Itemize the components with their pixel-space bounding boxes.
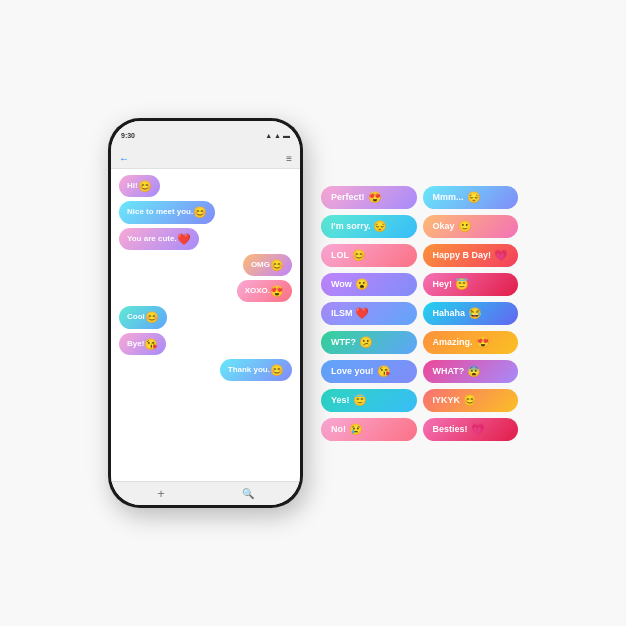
sticker-emoji: 😍 — [368, 191, 382, 204]
sticker-emoji: 😍 — [476, 336, 490, 349]
sticker-loveyou[interactable]: Love you! 😘 — [321, 360, 417, 383]
bubble-text: Nice to meet you. — [127, 207, 193, 217]
sticker-text: IYKYK — [433, 395, 461, 405]
sticker-lol[interactable]: LOL 😊 — [321, 244, 417, 267]
sticker-text: Hahaha — [433, 308, 466, 318]
sticker-text: Besties! — [433, 424, 468, 434]
phone-screen: 9:30 ▲ ▲ ▬ ← ≡ Hi! 😊 Nice to meet you. 😊 — [111, 121, 300, 505]
sticker-emoji: 😇 — [455, 278, 469, 291]
message-bubble: Bye! 😘 — [119, 333, 166, 355]
bubble-text: XOXO. — [245, 286, 270, 296]
bubble-emoji: 😊 — [145, 310, 159, 324]
bubble-text: Thank you. — [228, 365, 270, 375]
stickers-area: Perfect! 😍 Mmm... 😔 I'm sorry. 😔 Okay 🙂 … — [321, 186, 518, 441]
chat-header: ← ≡ — [111, 149, 300, 169]
sticker-emoji: 😮 — [355, 278, 369, 291]
sticker-text: Perfect! — [331, 192, 365, 202]
message-bubble: Nice to meet you. 😊 — [119, 201, 215, 223]
search-button[interactable]: 🔍 — [242, 488, 254, 499]
sticker-emoji: 😊 — [463, 394, 477, 407]
bubble-emoji: 😍 — [270, 284, 284, 298]
sticker-text: Love you! — [331, 366, 374, 376]
chat-footer: + 🔍 — [111, 481, 300, 505]
sticker-emoji: 😔 — [467, 191, 481, 204]
sticker-text: No! — [331, 424, 346, 434]
sticker-text: Wow — [331, 279, 352, 289]
bubble-emoji: 😘 — [144, 337, 158, 351]
sticker-wow[interactable]: Wow 😮 — [321, 273, 417, 296]
sticker-ilsm[interactable]: ILSM ❤️ — [321, 302, 417, 325]
sticker-emoji: 😢 — [349, 423, 363, 436]
sticker-okay[interactable]: Okay 🙂 — [423, 215, 519, 238]
sticker-no[interactable]: No! 😢 — [321, 418, 417, 441]
bubble-emoji: 😊 — [270, 258, 284, 272]
sticker-text: Yes! — [331, 395, 350, 405]
sticker-emoji: 😇 — [353, 394, 367, 407]
sticker-emoji: 💗 — [471, 423, 485, 436]
chat-messages: Hi! 😊 Nice to meet you. 😊 You are cute. … — [111, 169, 300, 481]
status-icons: ▲ ▲ ▬ — [265, 132, 290, 139]
sticker-yes[interactable]: Yes! 😇 — [321, 389, 417, 412]
message-bubble: Thank you. 😊 — [220, 359, 292, 381]
sticker-text: Mmm... — [433, 192, 464, 202]
bubble-text: Cool — [127, 312, 145, 322]
sticker-text: LOL — [331, 250, 349, 260]
back-button[interactable]: ← — [119, 153, 129, 164]
sticker-hey[interactable]: Hey! 😇 — [423, 273, 519, 296]
bubble-emoji: 😊 — [138, 179, 152, 193]
status-time: 9:30 — [121, 132, 135, 139]
sticker-sorry[interactable]: I'm sorry. 😔 — [321, 215, 417, 238]
sticker-emoji: 😘 — [377, 365, 391, 378]
sticker-text: Happy B Day! — [433, 250, 492, 260]
status-bar: 9:30 ▲ ▲ ▬ — [111, 121, 300, 149]
bubble-emoji: ❤️ — [177, 232, 191, 246]
sticker-hahaha[interactable]: Hahaha 😂 — [423, 302, 519, 325]
sticker-text: Okay — [433, 221, 455, 231]
sticker-emoji: 😔 — [373, 220, 387, 233]
sticker-emoji: 😨 — [467, 365, 481, 378]
message-bubble: XOXO. 😍 — [237, 280, 292, 302]
phone: 9:30 ▲ ▲ ▬ ← ≡ Hi! 😊 Nice to meet you. 😊 — [108, 118, 303, 508]
menu-button[interactable]: ≡ — [286, 153, 292, 164]
bubble-text: You are cute. — [127, 234, 177, 244]
sticker-besties[interactable]: Besties! 💗 — [423, 418, 519, 441]
sticker-perfect[interactable]: Perfect! 😍 — [321, 186, 417, 209]
sticker-text: Hey! — [433, 279, 453, 289]
bubble-text: OMG — [251, 260, 270, 270]
bubble-emoji: 😊 — [193, 205, 207, 219]
sticker-what[interactable]: WHAT? 😨 — [423, 360, 519, 383]
message-bubble: Hi! 😊 — [119, 175, 160, 197]
sticker-text: ILSM — [331, 308, 353, 318]
sticker-text: Amazing. — [433, 337, 473, 347]
sticker-text: WHAT? — [433, 366, 465, 376]
message-bubble: OMG 😊 — [243, 254, 292, 276]
sticker-emoji: ❤️ — [355, 307, 369, 320]
bubble-text: Bye! — [127, 339, 144, 349]
sticker-emoji: 😂 — [468, 307, 482, 320]
sticker-emoji: 😕 — [359, 336, 373, 349]
sticker-emoji: 😊 — [352, 249, 366, 262]
sticker-emoji: 💗 — [494, 249, 508, 262]
sticker-wtf[interactable]: WTF? 😕 — [321, 331, 417, 354]
message-bubble: You are cute. ❤️ — [119, 228, 199, 250]
message-bubble: Cool 😊 — [119, 306, 167, 328]
sticker-emoji: 🙂 — [458, 220, 472, 233]
sticker-amazing[interactable]: Amazing. 😍 — [423, 331, 519, 354]
sticker-bday[interactable]: Happy B Day! 💗 — [423, 244, 519, 267]
bubble-emoji: 😊 — [270, 363, 284, 377]
add-button[interactable]: + — [157, 486, 165, 501]
bubble-text: Hi! — [127, 181, 138, 191]
sticker-iykyk[interactable]: IYKYK 😊 — [423, 389, 519, 412]
sticker-text: I'm sorry. — [331, 221, 371, 231]
sticker-mmm[interactable]: Mmm... 😔 — [423, 186, 519, 209]
scene: 9:30 ▲ ▲ ▬ ← ≡ Hi! 😊 Nice to meet you. 😊 — [88, 98, 538, 528]
sticker-text: WTF? — [331, 337, 356, 347]
